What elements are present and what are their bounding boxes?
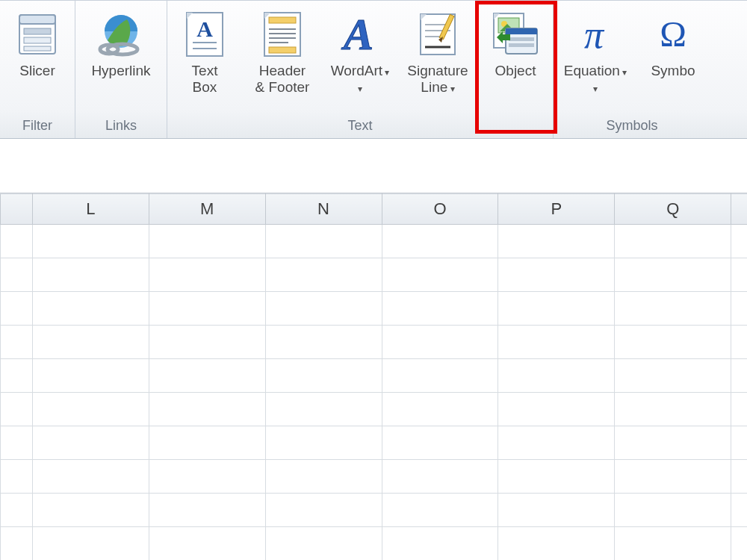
cell[interactable] <box>32 426 149 460</box>
cell[interactable] <box>32 292 149 326</box>
trailing-cell-stub[interactable] <box>731 225 747 258</box>
cell[interactable] <box>615 393 731 426</box>
leading-cell-stub[interactable] <box>1 426 33 460</box>
cell[interactable] <box>615 258 731 292</box>
leading-column-stub[interactable] <box>1 194 33 225</box>
cell[interactable] <box>32 494 149 527</box>
cell[interactable] <box>615 225 731 258</box>
cell[interactable] <box>382 292 498 326</box>
cell[interactable] <box>149 292 265 326</box>
trailing-cell-stub[interactable] <box>731 393 747 426</box>
cell[interactable] <box>498 393 615 426</box>
equation-icon: π <box>570 9 621 60</box>
cell[interactable] <box>265 359 382 393</box>
cell[interactable] <box>32 359 149 393</box>
column-header-Q[interactable]: Q <box>615 194 731 225</box>
headerfooter-button[interactable]: Header& Footer <box>242 4 323 98</box>
cell[interactable] <box>615 460 731 494</box>
column-header-M[interactable]: M <box>149 194 265 225</box>
cell[interactable] <box>382 359 498 393</box>
cell[interactable] <box>615 359 731 393</box>
cell[interactable] <box>32 527 149 561</box>
trailing-cell-stub[interactable] <box>731 258 747 292</box>
cell[interactable] <box>615 326 731 359</box>
cell[interactable] <box>382 258 498 292</box>
cell[interactable] <box>32 258 149 292</box>
cell[interactable] <box>382 426 498 460</box>
leading-cell-stub[interactable] <box>1 225 33 258</box>
leading-cell-stub[interactable] <box>1 460 33 494</box>
cell[interactable] <box>32 326 149 359</box>
cell[interactable] <box>615 527 731 561</box>
wordart-button[interactable]: A WordArt <box>324 4 396 98</box>
sigline-button[interactable]: SignatureLine <box>397 4 478 98</box>
symbol-button[interactable]: Ω Symbo <box>637 4 709 98</box>
slicer-button[interactable]: Slicer <box>1 4 73 98</box>
cell[interactable] <box>265 393 382 426</box>
cell[interactable] <box>382 494 498 527</box>
worksheet-grid[interactable]: LMNOPQ <box>0 193 747 560</box>
equation-button[interactable]: π Equation <box>555 4 636 98</box>
leading-cell-stub[interactable] <box>1 292 33 326</box>
cell[interactable] <box>265 258 382 292</box>
cell[interactable] <box>149 494 265 527</box>
cell[interactable] <box>265 225 382 258</box>
leading-cell-stub[interactable] <box>1 258 33 292</box>
cell[interactable] <box>498 460 615 494</box>
trailing-cell-stub[interactable] <box>731 326 747 359</box>
cell[interactable] <box>498 359 615 393</box>
cell[interactable] <box>498 426 615 460</box>
cell[interactable] <box>149 225 265 258</box>
cell[interactable] <box>615 494 731 527</box>
column-header-L[interactable]: L <box>32 194 149 225</box>
trailing-cell-stub[interactable] <box>731 460 747 494</box>
object-button[interactable]: Object <box>480 4 551 98</box>
textbox-button[interactable]: A TextBox <box>169 4 241 98</box>
trailing-cell-stub[interactable] <box>731 527 747 561</box>
column-header-P[interactable]: P <box>498 194 615 225</box>
cell[interactable] <box>382 527 498 561</box>
hyperlink-button[interactable]: Hyperlink <box>77 4 165 98</box>
cell[interactable] <box>615 426 731 460</box>
cell[interactable] <box>32 225 149 258</box>
cell[interactable] <box>149 359 265 393</box>
leading-cell-stub[interactable] <box>1 527 33 561</box>
wordart-label: WordArt <box>331 63 390 97</box>
leading-cell-stub[interactable] <box>1 359 33 393</box>
leading-cell-stub[interactable] <box>1 326 33 359</box>
cell[interactable] <box>382 225 498 258</box>
column-header-O[interactable]: O <box>382 194 498 225</box>
cell[interactable] <box>265 460 382 494</box>
cell[interactable] <box>498 292 615 326</box>
cell[interactable] <box>265 426 382 460</box>
cell[interactable] <box>265 292 382 326</box>
cell[interactable] <box>498 527 615 561</box>
trailing-cell-stub[interactable] <box>731 426 747 460</box>
cell[interactable] <box>498 494 615 527</box>
cell[interactable] <box>382 460 498 494</box>
column-header-N[interactable]: N <box>265 194 382 225</box>
cell[interactable] <box>149 460 265 494</box>
cell[interactable] <box>32 393 149 426</box>
cell[interactable] <box>382 393 498 426</box>
trailing-cell-stub[interactable] <box>731 359 747 393</box>
leading-cell-stub[interactable] <box>1 393 33 426</box>
cell[interactable] <box>149 393 265 426</box>
cell[interactable] <box>382 326 498 359</box>
cell[interactable] <box>265 527 382 561</box>
cell[interactable] <box>149 258 265 292</box>
cell[interactable] <box>498 326 615 359</box>
cell[interactable] <box>498 225 615 258</box>
leading-cell-stub[interactable] <box>1 494 33 527</box>
trailing-cell-stub[interactable] <box>731 292 747 326</box>
cell[interactable] <box>149 326 265 359</box>
cell[interactable] <box>265 326 382 359</box>
cell[interactable] <box>149 426 265 460</box>
trailing-cell-stub[interactable] <box>731 494 747 527</box>
cell[interactable] <box>498 258 615 292</box>
cell[interactable] <box>32 460 149 494</box>
cell[interactable] <box>265 494 382 527</box>
trailing-column-stub[interactable] <box>731 194 747 225</box>
cell[interactable] <box>615 292 731 326</box>
cell[interactable] <box>149 527 265 561</box>
